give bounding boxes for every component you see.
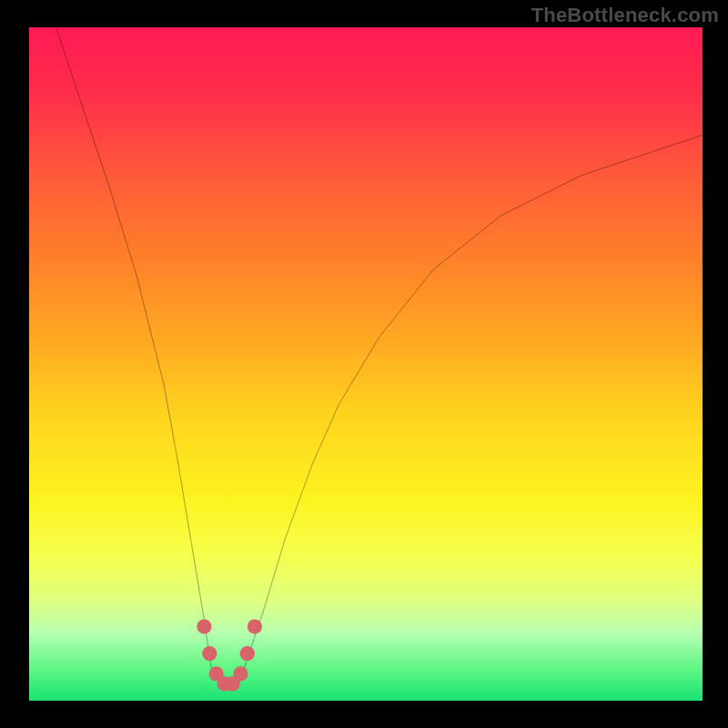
curve-layer <box>29 27 703 701</box>
plot-area <box>29 27 703 701</box>
curve-marker <box>240 646 255 661</box>
curve-marker <box>202 646 217 661</box>
curve-marker <box>248 619 262 633</box>
curve-marker <box>233 666 248 681</box>
curve-marker <box>197 619 211 633</box>
curve-markers <box>197 619 262 691</box>
chart-frame: TheBottleneck.com <box>0 0 728 728</box>
bottleneck-curve <box>29 0 703 687</box>
watermark-text: TheBottleneck.com <box>531 4 719 27</box>
